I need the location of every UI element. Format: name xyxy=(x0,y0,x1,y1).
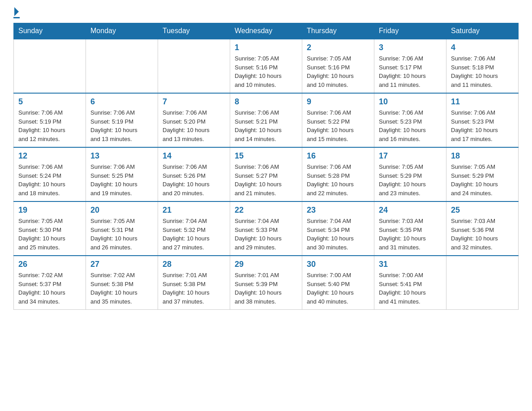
day-number: 25 xyxy=(451,206,514,215)
day-info: Sunrise: 7:06 AMSunset: 5:20 PMDaylight:… xyxy=(163,108,225,143)
calendar-cell: 3Sunrise: 7:06 AMSunset: 5:17 PMDaylight… xyxy=(374,39,446,93)
day-info: Sunrise: 7:03 AMSunset: 5:36 PMDaylight:… xyxy=(451,217,514,252)
day-number: 28 xyxy=(163,260,225,269)
day-of-week-header: Thursday xyxy=(302,23,374,39)
logo-blue-part xyxy=(13,9,20,16)
day-number: 4 xyxy=(451,43,514,52)
day-info: Sunrise: 7:02 AMSunset: 5:37 PMDaylight:… xyxy=(18,271,81,306)
calendar-cell: 26Sunrise: 7:02 AMSunset: 5:37 PMDayligh… xyxy=(14,256,86,310)
day-info: Sunrise: 7:04 AMSunset: 5:34 PMDaylight:… xyxy=(307,217,369,252)
calendar-week-row: 5Sunrise: 7:06 AMSunset: 5:19 PMDaylight… xyxy=(14,93,519,147)
day-number: 27 xyxy=(90,260,153,269)
day-info: Sunrise: 7:06 AMSunset: 5:21 PMDaylight:… xyxy=(235,108,297,143)
calendar-cell: 24Sunrise: 7:03 AMSunset: 5:35 PMDayligh… xyxy=(374,201,446,256)
day-number: 14 xyxy=(163,151,225,161)
calendar-cell: 4Sunrise: 7:06 AMSunset: 5:18 PMDaylight… xyxy=(446,39,519,93)
day-number: 9 xyxy=(307,97,369,107)
calendar-header-row: SundayMondayTuesdayWednesdayThursdayFrid… xyxy=(14,23,519,39)
day-number: 20 xyxy=(90,206,153,215)
day-number: 23 xyxy=(307,206,369,215)
day-number: 10 xyxy=(379,97,442,107)
day-number: 19 xyxy=(18,206,81,215)
calendar-cell: 9Sunrise: 7:06 AMSunset: 5:22 PMDaylight… xyxy=(302,93,374,147)
page-header xyxy=(13,9,519,18)
day-number: 21 xyxy=(163,206,225,215)
day-number: 24 xyxy=(379,206,442,215)
calendar-cell: 18Sunrise: 7:05 AMSunset: 5:29 PMDayligh… xyxy=(446,147,519,201)
calendar-cell: 29Sunrise: 7:01 AMSunset: 5:39 PMDayligh… xyxy=(230,256,302,310)
day-number: 15 xyxy=(235,151,297,161)
calendar-cell: 22Sunrise: 7:04 AMSunset: 5:33 PMDayligh… xyxy=(230,201,302,256)
calendar-cell: 14Sunrise: 7:06 AMSunset: 5:26 PMDayligh… xyxy=(158,147,230,201)
calendar-cell: 7Sunrise: 7:06 AMSunset: 5:20 PMDaylight… xyxy=(158,93,230,147)
day-info: Sunrise: 7:06 AMSunset: 5:26 PMDaylight:… xyxy=(163,163,225,197)
calendar-cell: 30Sunrise: 7:00 AMSunset: 5:40 PMDayligh… xyxy=(302,256,374,310)
calendar-cell: 17Sunrise: 7:05 AMSunset: 5:29 PMDayligh… xyxy=(374,147,446,201)
day-number: 6 xyxy=(90,97,153,107)
day-number: 8 xyxy=(235,97,297,107)
day-number: 29 xyxy=(235,260,297,269)
day-info: Sunrise: 7:06 AMSunset: 5:25 PMDaylight:… xyxy=(90,163,153,197)
day-number: 5 xyxy=(18,97,81,107)
day-info: Sunrise: 7:01 AMSunset: 5:39 PMDaylight:… xyxy=(235,271,297,306)
day-info: Sunrise: 7:06 AMSunset: 5:28 PMDaylight:… xyxy=(307,163,369,197)
logo-underline xyxy=(13,17,20,18)
calendar-cell xyxy=(158,39,230,93)
day-of-week-header: Monday xyxy=(86,23,158,39)
day-info: Sunrise: 7:05 AMSunset: 5:30 PMDaylight:… xyxy=(18,217,81,252)
day-number: 17 xyxy=(379,151,442,161)
day-info: Sunrise: 7:05 AMSunset: 5:31 PMDaylight:… xyxy=(90,217,153,252)
calendar-cell: 2Sunrise: 7:05 AMSunset: 5:16 PMDaylight… xyxy=(302,39,374,93)
day-info: Sunrise: 7:06 AMSunset: 5:18 PMDaylight:… xyxy=(451,54,514,89)
day-info: Sunrise: 7:06 AMSunset: 5:27 PMDaylight:… xyxy=(235,163,297,197)
calendar-cell: 23Sunrise: 7:04 AMSunset: 5:34 PMDayligh… xyxy=(302,201,374,256)
day-number: 31 xyxy=(379,260,442,269)
day-number: 22 xyxy=(235,206,297,215)
calendar-week-row: 1Sunrise: 7:05 AMSunset: 5:16 PMDaylight… xyxy=(14,39,519,93)
day-info: Sunrise: 7:02 AMSunset: 5:38 PMDaylight:… xyxy=(90,271,153,306)
day-number: 1 xyxy=(235,43,297,52)
calendar-cell: 10Sunrise: 7:06 AMSunset: 5:23 PMDayligh… xyxy=(374,93,446,147)
day-info: Sunrise: 7:06 AMSunset: 5:19 PMDaylight:… xyxy=(90,108,153,143)
day-info: Sunrise: 7:03 AMSunset: 5:35 PMDaylight:… xyxy=(379,217,442,252)
day-of-week-header: Wednesday xyxy=(230,23,302,39)
day-number: 13 xyxy=(90,151,153,161)
day-of-week-header: Saturday xyxy=(446,23,519,39)
calendar-week-row: 26Sunrise: 7:02 AMSunset: 5:37 PMDayligh… xyxy=(14,256,519,310)
calendar-cell: 20Sunrise: 7:05 AMSunset: 5:31 PMDayligh… xyxy=(86,201,158,256)
calendar-table: SundayMondayTuesdayWednesdayThursdayFrid… xyxy=(13,23,519,310)
day-info: Sunrise: 7:00 AMSunset: 5:41 PMDaylight:… xyxy=(379,271,442,306)
day-info: Sunrise: 7:00 AMSunset: 5:40 PMDaylight:… xyxy=(307,271,369,306)
day-number: 7 xyxy=(163,97,225,107)
calendar-cell: 31Sunrise: 7:00 AMSunset: 5:41 PMDayligh… xyxy=(374,256,446,310)
calendar-cell: 27Sunrise: 7:02 AMSunset: 5:38 PMDayligh… xyxy=(86,256,158,310)
calendar-cell: 21Sunrise: 7:04 AMSunset: 5:32 PMDayligh… xyxy=(158,201,230,256)
day-info: Sunrise: 7:06 AMSunset: 5:17 PMDaylight:… xyxy=(379,54,442,89)
calendar-cell: 13Sunrise: 7:06 AMSunset: 5:25 PMDayligh… xyxy=(86,147,158,201)
calendar-cell: 16Sunrise: 7:06 AMSunset: 5:28 PMDayligh… xyxy=(302,147,374,201)
day-info: Sunrise: 7:06 AMSunset: 5:22 PMDaylight:… xyxy=(307,108,369,143)
day-number: 16 xyxy=(307,151,369,161)
day-info: Sunrise: 7:06 AMSunset: 5:23 PMDaylight:… xyxy=(451,108,514,143)
day-number: 2 xyxy=(307,43,369,52)
day-number: 12 xyxy=(18,151,81,161)
day-info: Sunrise: 7:06 AMSunset: 5:24 PMDaylight:… xyxy=(18,163,81,197)
day-info: Sunrise: 7:06 AMSunset: 5:23 PMDaylight:… xyxy=(379,108,442,143)
calendar-cell: 11Sunrise: 7:06 AMSunset: 5:23 PMDayligh… xyxy=(446,93,519,147)
calendar-cell: 8Sunrise: 7:06 AMSunset: 5:21 PMDaylight… xyxy=(230,93,302,147)
day-number: 30 xyxy=(307,260,369,269)
day-number: 3 xyxy=(379,43,442,52)
day-info: Sunrise: 7:05 AMSunset: 5:16 PMDaylight:… xyxy=(307,54,369,89)
day-of-week-header: Tuesday xyxy=(158,23,230,39)
day-info: Sunrise: 7:04 AMSunset: 5:33 PMDaylight:… xyxy=(235,217,297,252)
calendar-cell xyxy=(14,39,86,93)
calendar-cell: 12Sunrise: 7:06 AMSunset: 5:24 PMDayligh… xyxy=(14,147,86,201)
logo-triangle-icon xyxy=(14,7,19,16)
day-number: 11 xyxy=(451,97,514,107)
day-info: Sunrise: 7:04 AMSunset: 5:32 PMDaylight:… xyxy=(163,217,225,252)
calendar-week-row: 19Sunrise: 7:05 AMSunset: 5:30 PMDayligh… xyxy=(14,201,519,256)
calendar-cell xyxy=(446,256,519,310)
calendar-cell: 25Sunrise: 7:03 AMSunset: 5:36 PMDayligh… xyxy=(446,201,519,256)
calendar-cell: 15Sunrise: 7:06 AMSunset: 5:27 PMDayligh… xyxy=(230,147,302,201)
day-info: Sunrise: 7:06 AMSunset: 5:19 PMDaylight:… xyxy=(18,108,81,143)
